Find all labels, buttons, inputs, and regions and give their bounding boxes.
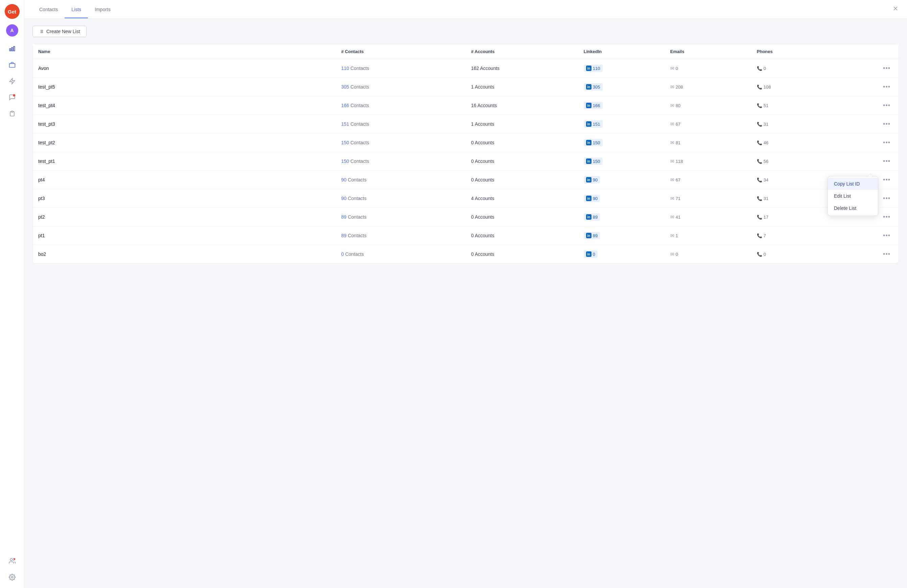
col-header-name: Name — [33, 44, 336, 59]
lists-table: Name # Contacts # Accounts LinkedIn Emai… — [32, 44, 899, 264]
table-row: pt3 90 Contacts 4 Accounts in 90 ✉ 71 📞 … — [33, 189, 899, 208]
cell-name: pt4 — [33, 171, 336, 189]
cell-accounts: 162 Accounts — [466, 59, 578, 78]
phone-icon: 📞 — [757, 103, 762, 108]
cell-contacts: 89 Contacts — [336, 227, 466, 245]
chat-icon[interactable] — [5, 91, 19, 104]
chart-icon[interactable] — [5, 42, 19, 56]
col-header-accounts: # Accounts — [466, 44, 578, 59]
cell-emails: ✉ 41 — [665, 208, 752, 227]
more-options-button[interactable]: ••• — [880, 193, 893, 203]
cell-phones: 📞 108 — [752, 78, 838, 96]
cell-accounts: 0 Accounts — [466, 245, 578, 264]
avatar[interactable]: A — [6, 24, 18, 37]
cell-emails: ✉ 118 — [665, 152, 752, 171]
cell-name: test_pt2 — [33, 134, 336, 152]
svg-marker-4 — [10, 78, 14, 84]
linkedin-icon: in — [586, 103, 591, 108]
email-icon: ✉ — [670, 196, 674, 201]
more-options-button[interactable]: ••• — [880, 64, 893, 73]
col-header-emails: Emails — [665, 44, 752, 59]
svg-rect-2 — [13, 46, 14, 51]
cell-emails: ✉ 0 — [665, 245, 752, 264]
more-options-button[interactable]: ••• — [880, 231, 893, 240]
cell-linkedin: in 0 — [578, 245, 665, 264]
cell-linkedin: in 89 — [578, 208, 665, 227]
col-header-contacts: # Contacts — [336, 44, 466, 59]
more-options-button[interactable]: ••• — [880, 157, 893, 166]
cell-actions: ••• — [838, 152, 899, 171]
tab-imports[interactable]: Imports — [88, 1, 117, 18]
cell-accounts: 0 Accounts — [466, 171, 578, 189]
table-row: bo2 0 Contacts 0 Accounts in 0 ✉ 0 📞 0 •… — [33, 245, 899, 264]
cell-linkedin: in 110 — [578, 59, 665, 78]
context-menu-edit-list[interactable]: Edit List — [828, 190, 878, 202]
linkedin-icon: in — [586, 251, 591, 257]
linkedin-icon: in — [586, 140, 591, 145]
linkedin-icon: in — [586, 196, 591, 201]
more-options-button[interactable]: ••• — [880, 82, 893, 91]
more-options-button[interactable]: ••• — [880, 212, 893, 222]
linkedin-icon: in — [586, 233, 591, 238]
linkedin-icon: in — [586, 121, 591, 127]
cell-emails: ✉ 81 — [665, 134, 752, 152]
tab-contacts[interactable]: Contacts — [32, 1, 64, 18]
email-icon: ✉ — [670, 158, 674, 164]
cell-name: test_pt4 — [33, 96, 336, 115]
cell-linkedin: in 150 — [578, 152, 665, 171]
cell-accounts: 1 Accounts — [466, 115, 578, 134]
context-menu-copy-list-id[interactable]: Copy List ID — [828, 178, 878, 190]
users-icon[interactable] — [5, 554, 19, 568]
cell-phones: 📞 7 — [752, 227, 838, 245]
cell-contacts: 0 Contacts — [336, 245, 466, 264]
linkedin-icon: in — [586, 66, 591, 71]
cell-actions: ••• — [838, 115, 899, 134]
briefcase-icon[interactable] — [5, 58, 19, 72]
table-row: test_pt3 151 Contacts 1 Accounts in 151 … — [33, 115, 899, 134]
email-icon: ✉ — [670, 214, 674, 220]
more-options-button[interactable]: ••• — [880, 138, 893, 147]
phone-icon: 📞 — [757, 177, 762, 182]
cell-actions: ••• — [838, 227, 899, 245]
context-menu-delete-list[interactable]: Delete List — [828, 202, 878, 214]
list-icon — [39, 29, 43, 34]
email-icon: ✉ — [670, 233, 674, 238]
linkedin-icon: in — [586, 214, 591, 220]
more-options-button[interactable]: ••• — [880, 119, 893, 129]
cell-name: pt1 — [33, 227, 336, 245]
cell-phones: 📞 0 — [752, 59, 838, 78]
cell-accounts: 4 Accounts — [466, 189, 578, 208]
cell-actions: ••• — [838, 245, 899, 264]
cell-name: pt3 — [33, 189, 336, 208]
cell-phones: 📞 17 — [752, 208, 838, 227]
lightning-icon[interactable] — [5, 74, 19, 88]
cell-accounts: 0 Accounts — [466, 134, 578, 152]
phone-icon: 📞 — [757, 66, 762, 71]
settings-icon[interactable] — [5, 570, 19, 584]
more-options-button[interactable]: ••• — [880, 101, 893, 110]
more-options-button[interactable]: ••• — [880, 175, 893, 184]
close-icon[interactable] — [892, 5, 899, 13]
email-icon: ✉ — [670, 177, 674, 182]
cell-contacts: 150 Contacts — [336, 152, 466, 171]
cell-linkedin: in 166 — [578, 96, 665, 115]
cell-contacts: 90 Contacts — [336, 171, 466, 189]
linkedin-icon: in — [586, 177, 591, 182]
clipboard-icon[interactable] — [5, 107, 19, 120]
cell-contacts: 110 Contacts — [336, 59, 466, 78]
more-options-button[interactable]: ••• — [880, 249, 893, 259]
cell-contacts: 305 Contacts — [336, 78, 466, 96]
table-row: pt4 90 Contacts 0 Accounts in 90 ✉ 67 📞 … — [33, 171, 899, 189]
create-new-list-button[interactable]: Create New List — [32, 26, 87, 37]
table-row: test_pt4 166 Contacts 16 Accounts in 166… — [33, 96, 899, 115]
sidebar: Get A — [0, 0, 24, 588]
content-area: Create New List Name # Contacts # Accoun… — [24, 19, 907, 588]
tab-lists[interactable]: Lists — [64, 1, 88, 18]
svg-point-8 — [13, 558, 15, 560]
cell-actions: ••• — [838, 78, 899, 96]
phone-icon: 📞 — [757, 196, 762, 201]
email-icon: ✉ — [670, 66, 674, 71]
email-icon: ✉ — [670, 251, 674, 257]
logo[interactable]: Get — [5, 4, 19, 19]
cell-accounts: 0 Accounts — [466, 152, 578, 171]
